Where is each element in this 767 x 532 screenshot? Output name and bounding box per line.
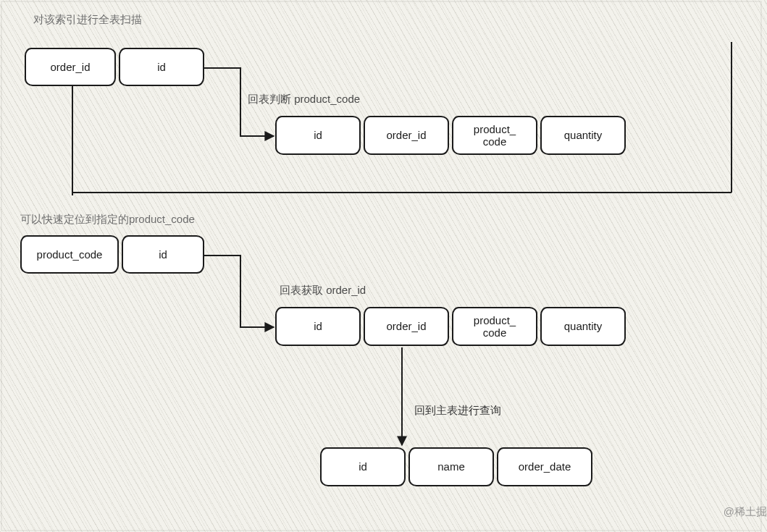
section1-title: 对该索引进行全表扫描 bbox=[33, 13, 142, 26]
main-row-cell-order-date: order_date bbox=[497, 447, 592, 486]
s2-final-label: 回到主表进行查询 bbox=[414, 404, 501, 417]
s1-index-cell-id: id bbox=[119, 48, 204, 86]
s2-row-cell-product-code: product_ code bbox=[452, 307, 537, 346]
section2-title: 可以快速定位到指定的product_code bbox=[20, 213, 195, 226]
diagram-canvas: 对该索引进行全表扫描 order_id id 回表判断 product_code… bbox=[0, 0, 767, 532]
main-row-cell-name: name bbox=[408, 447, 494, 486]
main-row-cell-id: id bbox=[320, 447, 406, 486]
s1-index-cell-order-id: order_id bbox=[25, 48, 116, 86]
s2-row-cell-id: id bbox=[275, 307, 361, 346]
s1-row-cell-quantity: quantity bbox=[540, 116, 626, 155]
s1-lookup-label: 回表判断 product_code bbox=[248, 93, 360, 106]
watermark: @稀土掘 bbox=[724, 505, 767, 519]
s2-row-cell-quantity: quantity bbox=[540, 307, 626, 346]
s1-row-cell-id: id bbox=[275, 116, 361, 155]
s2-row-cell-order-id: order_id bbox=[364, 307, 449, 346]
s1-row-cell-product-code: product_ code bbox=[452, 116, 537, 155]
s2-lookup-label: 回表获取 order_id bbox=[280, 284, 366, 297]
s2-index-cell-id: id bbox=[122, 235, 204, 274]
s1-row-cell-order-id: order_id bbox=[364, 116, 449, 155]
s2-index-cell-product-code: product_code bbox=[20, 235, 119, 274]
